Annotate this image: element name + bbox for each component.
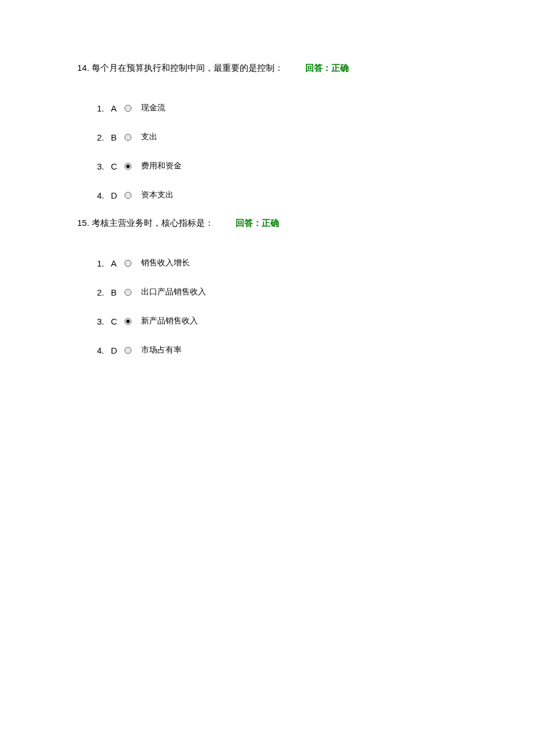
option-number: 2. (97, 132, 111, 142)
option-number: 4. (97, 345, 111, 355)
question-text: 每个月在预算执行和控制中间，最重要的是控制： (92, 63, 283, 74)
option-letter: D (111, 345, 124, 355)
radio-unselected-icon[interactable] (124, 104, 132, 112)
option-number: 1. (97, 258, 111, 268)
question-header: 15.考核主营业务时，核心指标是：回答：正确 (77, 218, 534, 229)
option-letter: A (111, 103, 124, 113)
question-number: 14. (77, 63, 89, 73)
options-list: 1.A现金流2.B支出3.C费用和资金4.D资本支出 (77, 102, 534, 201)
option-item: 4.D资本支出 (97, 189, 534, 201)
question-block: 14.每个月在预算执行和控制中间，最重要的是控制：回答：正确1.A现金流2.B支… (77, 63, 534, 201)
option-number: 4. (97, 190, 111, 200)
answer-feedback: 回答：正确 (305, 63, 349, 74)
option-text: 费用和资金 (141, 161, 182, 171)
option-item: 2.B支出 (97, 131, 534, 143)
radio-unselected-icon[interactable] (124, 133, 132, 141)
answer-feedback: 回答：正确 (236, 218, 279, 229)
option-letter: D (111, 190, 124, 200)
option-item: 3.C费用和资金 (97, 160, 534, 172)
radio-unselected-icon[interactable] (124, 288, 132, 296)
option-letter: B (111, 132, 124, 142)
svg-point-6 (125, 289, 131, 296)
radio-unselected-icon[interactable] (124, 259, 132, 267)
svg-point-5 (125, 260, 131, 267)
svg-point-8 (126, 319, 129, 323)
svg-point-0 (125, 105, 131, 111)
question-block: 15.考核主营业务时，核心指标是：回答：正确1.A销售收入增长2.B出口产品销售… (77, 218, 534, 357)
option-text: 资本支出 (141, 190, 174, 200)
option-item: 3.C新产品销售收入 (97, 315, 534, 327)
svg-point-9 (125, 347, 131, 354)
option-text: 新产品销售收入 (141, 316, 198, 326)
option-text: 销售收入增长 (141, 258, 190, 268)
option-item: 2.B出口产品销售收入 (97, 286, 534, 298)
option-text: 出口产品销售收入 (141, 287, 206, 297)
svg-point-4 (125, 192, 131, 199)
option-number: 1. (97, 103, 111, 113)
option-item: 1.A销售收入增长 (97, 257, 534, 269)
option-number: 2. (97, 287, 111, 297)
option-letter: A (111, 258, 124, 268)
radio-unselected-icon[interactable] (124, 346, 132, 354)
option-text: 支出 (141, 132, 157, 142)
question-number: 15. (77, 218, 89, 228)
option-number: 3. (97, 161, 111, 171)
option-letter: B (111, 287, 124, 297)
radio-selected-icon[interactable] (124, 162, 132, 170)
option-item: 1.A现金流 (97, 102, 534, 114)
option-text: 市场占有率 (141, 345, 182, 355)
question-text: 考核主营业务时，核心指标是： (92, 218, 214, 229)
radio-unselected-icon[interactable] (124, 191, 132, 199)
option-letter: C (111, 316, 124, 326)
question-header: 14.每个月在预算执行和控制中间，最重要的是控制：回答：正确 (77, 63, 534, 74)
option-letter: C (111, 161, 124, 171)
option-text: 现金流 (141, 103, 165, 113)
options-list: 1.A销售收入增长2.B出口产品销售收入3.C新产品销售收入4.D市场占有率 (77, 257, 534, 357)
option-item: 4.D市场占有率 (97, 344, 534, 357)
radio-selected-icon[interactable] (124, 317, 132, 325)
svg-point-1 (125, 134, 131, 141)
option-number: 3. (97, 316, 111, 326)
svg-point-3 (126, 164, 129, 168)
